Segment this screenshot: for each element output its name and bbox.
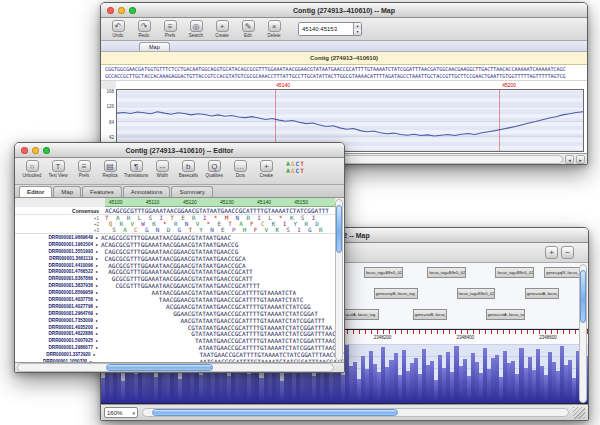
feature-box[interactable]: locus_tag=BSn5_02150 xyxy=(427,267,466,278)
zoom-out-button[interactable]: − xyxy=(561,246,574,259)
close-button[interactable] xyxy=(107,7,114,14)
zoom-button[interactable] xyxy=(43,147,50,154)
read-row[interactable]: DRR000001.4027796▸ ACGGAACGTATAATGAACCGC… xyxy=(15,303,344,310)
scroll-right-button[interactable]: ▸ xyxy=(576,155,585,164)
read-name[interactable]: DRR000001.5007925 xyxy=(15,338,93,343)
read-row[interactable]: DRR000001.1050330▸ AATGAACCGCATTTTGTAAAA… xyxy=(15,358,344,362)
feature-box[interactable]: gene=ratB, locus_t xyxy=(413,309,447,320)
feature-box[interactable]: gene=yqfX, locus_ta xyxy=(544,267,583,278)
read-name[interactable]: DRR000001.2986077 xyxy=(15,345,93,350)
map-titlebar[interactable]: Contig (274913–410610) -- Map xyxy=(101,3,587,18)
read-row[interactable]: DRR000001.3551993▸ CAGCGCGTTTGGAAATAACGG… xyxy=(15,248,344,255)
read-row[interactable]: DRR000001.3661119▸ CAGCGCGTTTGGAAATAACGG… xyxy=(15,255,344,262)
text-view-button[interactable]: TText View xyxy=(46,160,70,178)
edit-button[interactable]: ✎Edit xyxy=(236,20,260,38)
tab-map[interactable]: Map xyxy=(139,42,170,51)
basecalls-button[interactable]: bBasecalls xyxy=(176,160,200,178)
read-row[interactable]: DRR000001.3837936▸ CGCGTTTGGAAATAACGGAAC… xyxy=(15,282,344,289)
strand-arrow-icon: ▸ xyxy=(93,311,101,316)
create-button[interactable]: +Create xyxy=(254,160,278,178)
read-row[interactable]: DRR000001.4410096▸ AGCGCGTTTGGAAATAACGGA… xyxy=(15,262,344,269)
tab-map[interactable]: Map xyxy=(53,186,81,197)
feature-box[interactable]: locus_tag=BSn5_02165 xyxy=(457,288,496,299)
read-row[interactable]: DRR000001.2986077▸ ATAATGAACCGCATTTTGTAA… xyxy=(15,344,344,351)
map2-vertical-scrollbar[interactable] xyxy=(579,264,587,403)
read-row[interactable]: DRR000001.1961504▸ACAGCGCGTTTGGAAATAACGG… xyxy=(15,241,344,248)
read-name[interactable]: DRR000001.4027796 xyxy=(15,304,93,309)
dots-button[interactable]: …Dots xyxy=(228,160,252,178)
tab-summary[interactable]: Summary xyxy=(171,186,213,197)
read-row[interactable]: DRR000001.4766522▸ AGCGCGTTTGGAAATAACGGA… xyxy=(15,268,344,275)
strand-arrow-icon: ▸ xyxy=(93,318,101,323)
feature-box[interactable]: gene=cstA, locus_ta xyxy=(486,309,525,320)
read-row[interactable]: DRR000001.8367866▸ GCGCGTTTGGAAATAACGGAA… xyxy=(15,275,344,282)
scrollbar-track[interactable] xyxy=(17,363,334,372)
feature-box[interactable]: gene=rnpB, locus_tag xyxy=(374,288,418,299)
tab-annotations[interactable]: Annotations xyxy=(123,186,171,197)
read-name[interactable]: DRR000001.1961504 xyxy=(15,242,93,247)
width-button[interactable]: ↔Width xyxy=(150,160,174,178)
read-row[interactable]: DRR000001.3372920▸ TAATGAACCGCATTTTGTAAA… xyxy=(15,351,344,358)
editor-vertical-scrollbar[interactable] xyxy=(335,199,343,361)
read-name[interactable]: DRR000001.8367866 xyxy=(15,276,93,281)
close-button[interactable] xyxy=(21,147,28,154)
feature-box[interactable]: locus_tag=BSn5_02145 xyxy=(364,267,403,278)
read-row[interactable]: DRR000001.4622886▸ GTATAATGAACCGCATTTTGT… xyxy=(15,330,344,337)
read-name[interactable]: DRR000001.2964769 xyxy=(15,311,93,316)
read-name[interactable]: DRR000001.4410096 xyxy=(15,263,93,268)
read-name[interactable]: DRR000001.9669649 xyxy=(15,235,93,240)
prefs-button[interactable]: ≡Prefs xyxy=(72,160,96,178)
minimize-button[interactable] xyxy=(118,7,125,14)
scrollbar-thumb[interactable] xyxy=(106,364,213,371)
read-name[interactable]: DRR000001.1050330 xyxy=(15,359,87,362)
read-row[interactable]: DRR000001.7353009▸ AACGTATAATGAACCGCATTT… xyxy=(15,317,344,324)
read-name[interactable]: DRR000001.3372920 xyxy=(15,352,91,357)
scrollbar-thumb[interactable] xyxy=(336,205,342,253)
editor-titlebar[interactable]: Contig (274913–410610) -- Editor xyxy=(15,143,344,158)
read-row[interactable]: DRR000001.4037756▸ TAACGGAACGTATAATGAACC… xyxy=(15,296,344,303)
unlocked-button[interactable]: ○Unlocked xyxy=(20,160,44,178)
scroll-left-button[interactable]: ◂ xyxy=(565,155,574,164)
redo-button[interactable]: ↷Redo xyxy=(132,20,156,38)
scrollbar-thumb[interactable] xyxy=(580,270,586,322)
editor-horizontal-scrollbar[interactable] xyxy=(15,362,344,372)
position-range-input[interactable] xyxy=(299,23,353,35)
prefs-button[interactable]: ≡Prefs xyxy=(158,20,182,38)
read-row[interactable]: DRR000001.4035200▸ CGTATAATGAACCGCATTTTG… xyxy=(15,324,344,331)
read-name[interactable]: DRR000001.4766522 xyxy=(15,269,93,274)
read-name[interactable]: DRR000001.4037756 xyxy=(15,297,93,302)
delete-button[interactable]: ×Delete xyxy=(262,20,286,38)
create-button[interactable]: +Create xyxy=(210,20,234,38)
translations-button[interactable]: ¶Translations xyxy=(124,160,148,178)
read-row[interactable]: DRR000001.8569959▸ AATAACGGAACGTATAATGAA… xyxy=(15,289,344,296)
zoom-button[interactable] xyxy=(129,7,136,14)
tab-features[interactable]: Features xyxy=(82,186,122,197)
search-button[interactable]: ◎Search xyxy=(184,20,208,38)
zoom-select[interactable]: 160% ▾ xyxy=(104,407,138,418)
read-name[interactable]: DRR000001.7353009 xyxy=(15,318,93,323)
zoom-in-button[interactable]: + xyxy=(545,246,558,259)
read-name[interactable]: DRR000001.4622886 xyxy=(15,331,93,336)
qualities-button[interactable]: QQualities xyxy=(202,160,226,178)
read-row[interactable]: DRR000001.9669649▸ACAGCGCGTTTGGAAATAACGG… xyxy=(15,234,344,241)
replica-button[interactable]: ▤Replica xyxy=(98,160,122,178)
read-name[interactable]: DRR000001.3837936 xyxy=(15,283,93,288)
feature-box[interactable]: gene=ratA, locus_t xyxy=(525,288,559,299)
read-name[interactable]: DRR000001.3551993 xyxy=(15,249,93,254)
feature-box[interactable]: locus_tag=BSn5_02155 xyxy=(495,267,534,278)
scrollbar-thumb[interactable] xyxy=(152,409,399,416)
read-row[interactable]: DRR000001.2964769▸ GGAACGTATAATGAACCGCAT… xyxy=(15,310,344,317)
read-name[interactable]: DRR000001.3661119 xyxy=(15,256,93,261)
range-stepper[interactable]: ▴ ▾ xyxy=(353,23,361,35)
minimize-button[interactable] xyxy=(32,147,39,154)
resize-grip[interactable] xyxy=(573,407,585,419)
read-name[interactable]: DRR000001.8569959 xyxy=(15,290,93,295)
map2-horizontal-scrollbar[interactable] xyxy=(142,408,569,417)
read-row[interactable]: DRR000001.5007925▸ TATAATGAACCGCATTTTGTA… xyxy=(15,337,344,344)
stepper-down-icon[interactable]: ▾ xyxy=(354,29,361,35)
position-range-field[interactable]: ▴ ▾ xyxy=(298,22,362,36)
undo-button[interactable]: ↶Undo xyxy=(106,20,130,38)
read-name[interactable]: DRR000001.4035200 xyxy=(15,325,93,330)
tab-editor[interactable]: Editor xyxy=(19,186,52,197)
reads-panel[interactable]: DRR000001.9669649▸ACAGCGCGTTTGGAAATAACGG… xyxy=(15,234,344,362)
